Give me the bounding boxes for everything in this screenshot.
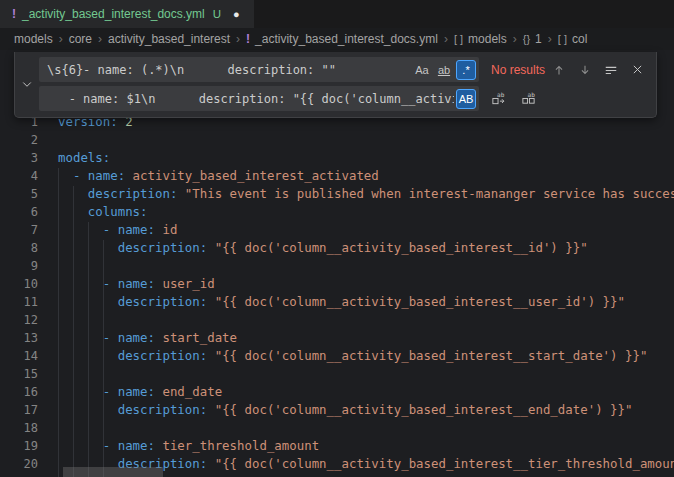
- yaml-file-icon: !: [12, 7, 16, 21]
- find-input[interactable]: \s{6}- name: (.*)\n description: "" Aa a…: [39, 57, 479, 82]
- horizontal-scrollbar[interactable]: [63, 467, 163, 477]
- toggle-replace-button[interactable]: [15, 57, 39, 111]
- code-line[interactable]: 14 description: "{{ doc('column__activit…: [0, 347, 674, 365]
- breadcrumb-label: col: [572, 32, 587, 46]
- replace-all-button[interactable]: ab: [517, 88, 539, 110]
- tab-filename: _activity_based_interest_docs.yml: [22, 7, 205, 21]
- arrow-down-icon: [578, 63, 592, 77]
- line-number: 14: [0, 347, 38, 365]
- replace-row: - name: $1\n description: "{{ doc('colum…: [39, 86, 650, 111]
- code-editor[interactable]: 1version: 223models:4 - name: activity_b…: [0, 50, 674, 477]
- breadcrumb-label: models: [468, 32, 507, 46]
- breadcrumb-label: activity_based_interest: [108, 32, 230, 46]
- breadcrumb-separator-icon: ›: [236, 32, 240, 46]
- array-symbol-icon: [ ]: [454, 33, 463, 45]
- breadcrumb-separator-icon: ›: [513, 32, 517, 46]
- code-line[interactable]: 2: [0, 131, 674, 149]
- code-line[interactable]: 3models:: [0, 149, 674, 167]
- breadcrumb-item[interactable]: {}1: [523, 32, 542, 46]
- line-number: 8: [0, 239, 38, 257]
- code-line-content: [38, 365, 674, 383]
- find-in-selection-icon: [604, 63, 618, 77]
- find-replace-widget: \s{6}- name: (.*)\n description: "" Aa a…: [14, 52, 657, 118]
- line-number: 19: [0, 437, 38, 455]
- git-status-badge: U: [213, 8, 221, 20]
- breadcrumb-label: _activity_based_interest_docs.yml: [255, 32, 438, 46]
- breadcrumb-label: models: [14, 32, 53, 46]
- next-match-button[interactable]: [574, 59, 596, 81]
- code-line[interactable]: 6 columns:: [0, 203, 674, 221]
- breadcrumb-label: 1: [535, 32, 542, 46]
- code-line-content: models:: [38, 149, 674, 167]
- code-line-content: description: "{{ doc('column__activity_b…: [38, 293, 674, 311]
- code-line[interactable]: 17 description: "{{ doc('column__activit…: [0, 401, 674, 419]
- code-line[interactable]: 13 - name: start_date: [0, 329, 674, 347]
- code-line[interactable]: 11 description: "{{ doc('column__activit…: [0, 293, 674, 311]
- code-line[interactable]: 18: [0, 419, 674, 437]
- code-line-content: [38, 257, 674, 275]
- line-number: 10: [0, 275, 38, 293]
- code-line[interactable]: 5 description: "This event is published …: [0, 185, 674, 203]
- code-line-content: description: "This event is published wh…: [38, 185, 674, 203]
- breadcrumb-item[interactable]: [ ]models: [454, 32, 507, 46]
- breadcrumb-item[interactable]: [ ]col: [558, 32, 588, 46]
- breadcrumb-item[interactable]: !_activity_based_interest_docs.yml: [246, 32, 438, 46]
- code-line[interactable]: 4 - name: activity_based_interest_activa…: [0, 167, 674, 185]
- line-number: 12: [0, 311, 38, 329]
- code-line-content: [38, 419, 674, 437]
- line-number: 7: [0, 221, 38, 239]
- breadcrumb-item[interactable]: models: [14, 32, 53, 46]
- replace-all-icon: ab: [521, 91, 536, 106]
- preserve-case-toggle[interactable]: AB: [456, 89, 476, 109]
- close-icon: [631, 63, 644, 76]
- breadcrumb-item[interactable]: core: [69, 32, 92, 46]
- replace-button[interactable]: ab: [487, 88, 509, 110]
- breadcrumb-separator-icon: ›: [59, 32, 63, 46]
- code-line-content: [38, 131, 674, 149]
- breadcrumb-item[interactable]: activity_based_interest: [108, 32, 230, 46]
- line-number: 6: [0, 203, 38, 221]
- whole-word-toggle[interactable]: ab: [434, 60, 454, 80]
- line-number: 2: [0, 131, 38, 149]
- tab-active-file[interactable]: ! _activity_based_interest_docs.yml U ●: [0, 0, 254, 28]
- tab-bar: ! _activity_based_interest_docs.yml U ●: [0, 0, 674, 28]
- line-number: 9: [0, 257, 38, 275]
- code-line[interactable]: 7 - name: id: [0, 221, 674, 239]
- find-row: \s{6}- name: (.*)\n description: "" Aa a…: [39, 57, 650, 82]
- breadcrumb: models›core›activity_based_interest›!_ac…: [0, 28, 674, 50]
- replace-input-value[interactable]: - name: $1\n description: "{{ doc('colum…: [47, 92, 454, 106]
- find-input-value[interactable]: \s{6}- name: (.*)\n description: "": [47, 63, 410, 77]
- code-line-content: - name: end_date: [38, 383, 674, 401]
- code-line[interactable]: 15: [0, 365, 674, 383]
- modified-dot-icon[interactable]: ●: [233, 8, 240, 20]
- code-line-content: columns:: [38, 203, 674, 221]
- yaml-symbol-icon: !: [246, 32, 250, 46]
- line-number: 16: [0, 383, 38, 401]
- find-in-selection-button[interactable]: [600, 59, 622, 81]
- code-line-content: description: "{{ doc('column__activity_b…: [38, 401, 674, 419]
- code-line[interactable]: 12: [0, 311, 674, 329]
- array-symbol-icon: [ ]: [558, 33, 567, 45]
- line-number: 11: [0, 293, 38, 311]
- close-find-button[interactable]: [626, 59, 648, 81]
- code-line-content: description: "{{ doc('column__activity_b…: [38, 347, 674, 365]
- code-line[interactable]: 8 description: "{{ doc('column__activity…: [0, 239, 674, 257]
- code-line-content: description: "{{ doc('column__activity_b…: [38, 239, 674, 257]
- previous-match-button[interactable]: [548, 59, 570, 81]
- code-line[interactable]: 10 - name: user_id: [0, 275, 674, 293]
- code-lines: 1version: 223models:4 - name: activity_b…: [0, 113, 674, 473]
- code-line[interactable]: 9: [0, 257, 674, 275]
- code-line[interactable]: 16 - name: end_date: [0, 383, 674, 401]
- line-number: 5: [0, 185, 38, 203]
- replace-input[interactable]: - name: $1\n description: "{{ doc('colum…: [39, 86, 479, 111]
- code-line[interactable]: 19 - name: tier_threshold_amount: [0, 437, 674, 455]
- code-line-content: - name: start_date: [38, 329, 674, 347]
- line-number: 20: [0, 455, 38, 473]
- vscode-window: { "tab": { "yaml_badge": "!", "filename"…: [0, 0, 674, 477]
- breadcrumb-label: core: [69, 32, 92, 46]
- code-line-content: - name: activity_based_interest_activate…: [38, 167, 674, 185]
- match-case-toggle[interactable]: Aa: [412, 60, 432, 80]
- breadcrumb-separator-icon: ›: [444, 32, 448, 46]
- regex-toggle[interactable]: .*: [456, 60, 476, 80]
- code-line-content: - name: tier_threshold_amount: [38, 437, 674, 455]
